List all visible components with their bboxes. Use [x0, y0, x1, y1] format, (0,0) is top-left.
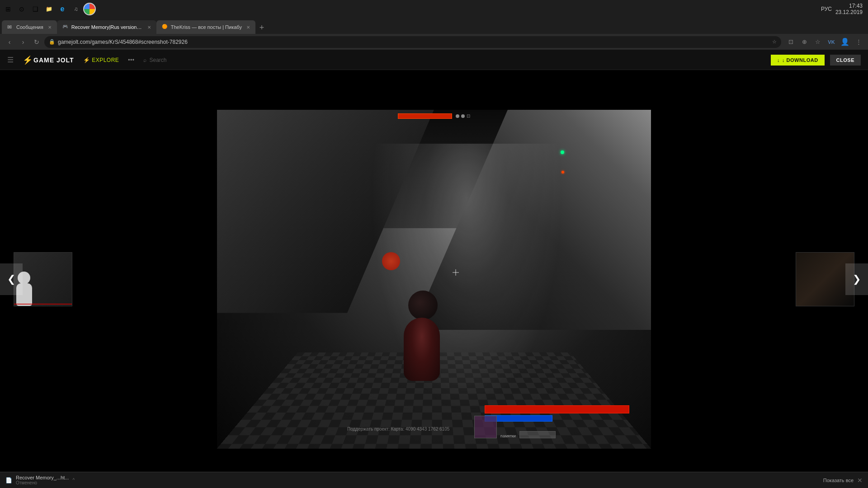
download-file-icon: 📄 [5, 477, 12, 483]
tab-label-recover: Recover Memory|Rus version by [71, 24, 143, 30]
hud-bar-top [398, 113, 452, 119]
green-light-indicator [561, 150, 564, 154]
minimap [474, 416, 497, 438]
hud-support-text: Поддержать проект: Карта: 4090 4343 1762… [347, 427, 449, 432]
tab-label-pikabu: TheKriss — все посты | Пикабу [171, 24, 242, 30]
red-object [382, 252, 400, 270]
taskbar-clock: 17:43 23.12.2019 [835, 3, 863, 15]
browser-window: ✉ Сообщения ✕ 🎮 Recover Memory|Rus versi… [0, 18, 868, 488]
gj-logo: ⚡ GAME JOLT [23, 55, 74, 65]
task-view-icon[interactable]: ❑ [29, 3, 42, 15]
gj-search-text: Search [149, 57, 166, 63]
gj-search-icon: ⌕ [143, 57, 146, 63]
file-explorer-icon[interactable]: 📁 [42, 3, 55, 15]
forward-button[interactable]: › [17, 36, 29, 48]
gj-close-button[interactable]: CLOSE [830, 55, 861, 66]
hud-dot-1 [456, 114, 459, 118]
show-all-button[interactable]: Показать все [823, 478, 854, 483]
taskbar-lang: РУС [821, 6, 832, 12]
hud-icon-small: ⊡ [467, 113, 470, 118]
tab-recover-memory[interactable]: 🎮 Recover Memory|Rus version by ✕ [57, 20, 156, 34]
prev-arrow-icon: ❮ [7, 273, 15, 285]
back-button[interactable]: ‹ [4, 36, 15, 48]
tab-pikabu[interactable]: 🟠 TheKriss — все посты | Пикабу ✕ [156, 20, 255, 34]
crosshair [451, 268, 460, 277]
player-character [399, 291, 453, 381]
tab-favicon-messages: ✉ [7, 24, 14, 30]
status-bar-right: Показать все ✕ [823, 477, 863, 484]
gj-explore-label: EXPLORE [92, 57, 119, 63]
tab-messages[interactable]: ✉ Сообщения ✕ [2, 20, 57, 34]
cast-icon[interactable]: ⊡ [785, 36, 797, 48]
gj-header-right: ↓ ↓ DOWNLOAD CLOSE [771, 55, 861, 66]
download-label: ↓ DOWNLOAD [782, 57, 818, 63]
edge-icon[interactable]: e [56, 3, 69, 15]
gj-search[interactable]: ⌕ Search [143, 57, 166, 63]
gj-more-nav[interactable]: ••• [128, 57, 134, 63]
tab-close-messages[interactable]: ✕ [48, 25, 52, 30]
download-file-name: Recover Memory_...ht... [16, 475, 69, 480]
zoom-icon[interactable]: ⊕ [798, 36, 810, 48]
char-body [404, 318, 440, 381]
gj-more-label: ••• [128, 57, 134, 63]
hud-bottom-center: Поддержать проект: Карта: 4090 4343 1762… [347, 427, 449, 432]
minimap-label: памятки [500, 434, 516, 438]
prev-arrow-button[interactable]: ❮ [0, 263, 23, 295]
taskbar-right: РУС 17:43 23.12.2019 [821, 3, 868, 15]
tab-close-pikabu[interactable]: ✕ [246, 25, 250, 30]
hud-minimap-area: памятки [474, 416, 556, 438]
hud-dot-2 [461, 114, 465, 118]
lock-icon: 🔒 [49, 39, 55, 45]
screenshot-viewer: ⊡ Поддержать проект: Карта: 4090 4343 17… [0, 70, 868, 488]
download-file-details: Recover Memory_...ht... Отменено [16, 475, 69, 485]
menu-icon[interactable]: ⋮ [853, 36, 864, 48]
thumb-red-line [14, 304, 72, 305]
gj-download-button[interactable]: ↓ ↓ DOWNLOAD [771, 55, 825, 66]
nav-right-icons: ⊡ ⊕ ☆ VK 👤 ⋮ [785, 36, 864, 48]
address-bar[interactable]: 🔒 gamejolt.com/games/KrS/454868#screensh… [44, 36, 781, 48]
tab-favicon-recover: 🎮 [62, 24, 69, 30]
nav-bar: ‹ › ↻ 🔒 gamejolt.com/games/KrS/454868#sc… [0, 34, 868, 50]
tab-label-messages: Сообщения [16, 24, 43, 30]
scene-spotlight [369, 144, 564, 415]
gj-explore-icon: ⚡ [83, 57, 90, 63]
media-icon[interactable]: ♫ [70, 3, 82, 15]
hud-text-bar [519, 431, 556, 438]
download-status-bar: 📄 Recover Memory_...ht... Отменено ^ Пок… [0, 472, 868, 488]
download-chevron[interactable]: ^ [72, 478, 75, 483]
taskbar-time: 17:43 [835, 3, 863, 9]
download-file-sub: Отменено [16, 480, 69, 485]
red-light-indicator [561, 171, 564, 174]
gj-bolt-icon: ⚡ [23, 55, 33, 65]
download-icon: ↓ [777, 57, 780, 63]
tab-close-recover[interactable]: ✕ [147, 25, 151, 30]
hud-top: ⊡ [398, 113, 470, 119]
char-head [408, 291, 438, 320]
download-info: 📄 Recover Memory_...ht... Отменено ^ [5, 475, 75, 485]
vk-icon[interactable]: VK [826, 36, 837, 48]
address-text: gamejolt.com/games/KrS/454868#screenshot… [58, 39, 769, 45]
status-close-button[interactable]: ✕ [857, 477, 863, 484]
reload-button[interactable]: ↻ [31, 36, 42, 48]
next-arrow-button[interactable]: ❯ [845, 263, 868, 295]
hud-health-bar [485, 405, 629, 413]
gamejolt-header: ☰ ⚡ GAME JOLT ⚡ EXPLORE ••• ⌕ Search ↓ ↓… [0, 50, 868, 70]
new-tab-button[interactable]: + [255, 21, 268, 34]
search-icon[interactable]: ⊙ [15, 3, 28, 15]
chrome-icon[interactable] [83, 3, 96, 15]
game-screenshot: ⊡ Поддержать проект: Карта: 4090 4343 17… [217, 110, 651, 449]
gj-menu-icon[interactable]: ☰ [7, 56, 14, 64]
start-icon[interactable]: ⊞ [2, 3, 14, 15]
tab-favicon-pikabu: 🟠 [162, 24, 168, 30]
next-arrow-icon: ❯ [853, 273, 861, 285]
account-icon[interactable]: 👤 [839, 36, 851, 48]
taskbar: ⊞ ⊙ ❑ 📁 e ♫ РУС 17:43 23.12.2019 [0, 0, 868, 18]
gj-explore-nav[interactable]: ⚡ EXPLORE [83, 57, 119, 63]
tab-bar: ✉ Сообщения ✕ 🎮 Recover Memory|Rus versi… [0, 18, 868, 34]
gj-logo-text: GAME JOLT [33, 56, 74, 64]
bookmark-icon[interactable]: ☆ [812, 36, 824, 48]
taskbar-left: ⊞ ⊙ ❑ 📁 e ♫ [0, 3, 98, 15]
star-icon[interactable]: ☆ [772, 39, 777, 45]
hud-dots: ⊡ [456, 113, 470, 118]
taskbar-date: 23.12.2019 [835, 9, 863, 15]
